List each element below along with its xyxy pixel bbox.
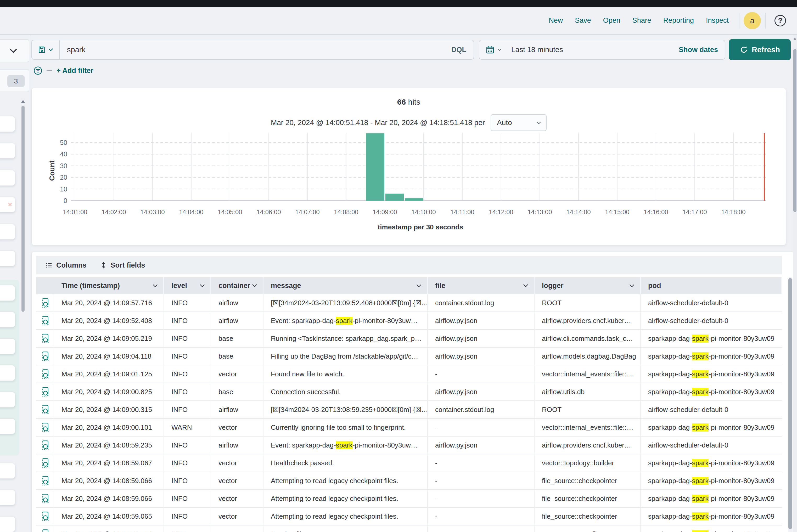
cell-logger: file_source::checkpointer (535, 472, 641, 489)
date-quick-select-button[interactable] (479, 45, 507, 54)
search-input[interactable]: spark (60, 40, 444, 59)
x-tick-label: 14:06:00 (256, 208, 281, 215)
expand-document-button[interactable] (36, 383, 54, 400)
expand-document-button[interactable] (36, 454, 54, 472)
cell-file: container.stdout.log (428, 401, 535, 418)
field-card[interactable] (0, 143, 15, 158)
expand-document-button[interactable] (36, 437, 54, 454)
nav-new[interactable]: New (549, 17, 563, 24)
cell-container: airflow (211, 401, 263, 418)
field-card[interactable] (0, 516, 15, 532)
time-range-value[interactable]: Last 18 minutes (507, 45, 679, 54)
sort-fields-button[interactable]: Sort fields (100, 261, 145, 269)
nav-inspect[interactable]: Inspect (706, 17, 729, 24)
hits-count-line: 66 hits (32, 98, 786, 107)
cell-pod: airflow-scheduler-default-0 (641, 294, 782, 311)
add-filter-button[interactable]: + Add filter (57, 67, 93, 75)
expand-document-button[interactable] (36, 419, 54, 436)
expand-document-button[interactable] (36, 330, 54, 347)
field-card[interactable] (0, 392, 15, 407)
expand-document-button[interactable] (36, 508, 54, 525)
field-card[interactable] (0, 170, 15, 186)
chevron-down-icon[interactable] (252, 284, 258, 287)
cell-pod: sparkapp-dag-spark-pi-monitor-80y3uw09 (641, 330, 782, 347)
expand-document-button[interactable] (36, 472, 54, 489)
cell-time: Mar 20, 2024 @ 14:09:00.101 (54, 419, 164, 436)
sidebar-collapse-button[interactable] (0, 39, 29, 62)
field-card[interactable] (0, 312, 15, 327)
field-card[interactable] (0, 365, 15, 381)
table-row[interactable]: Mar 20, 2024 @ 14:08:59.066 INFO vector … (36, 490, 782, 508)
table-row[interactable]: Mar 20, 2024 @ 14:08:59.067 INFO vector … (36, 454, 782, 472)
columns-button[interactable]: Columns (45, 261, 87, 269)
table-scrollbar-thumb[interactable] (789, 278, 792, 529)
help-icon[interactable]: ? (775, 15, 786, 26)
table-row[interactable]: Mar 20, 2024 @ 14:09:00.315 INFO airflow… (36, 401, 782, 419)
filter-icon[interactable] (34, 66, 42, 75)
histogram-bar[interactable] (405, 198, 423, 201)
remove-field-icon[interactable]: × (7, 200, 15, 209)
expand-document-button[interactable] (36, 365, 54, 383)
nav-save[interactable]: Save (575, 17, 591, 24)
nav-reporting[interactable]: Reporting (663, 17, 694, 24)
column-header-logger[interactable]: logger (535, 277, 641, 294)
page-scrollbar[interactable] (793, 35, 797, 532)
table-row[interactable]: Mar 20, 2024 @ 14:09:57.716 INFO airflow… (36, 294, 782, 312)
column-header-file[interactable]: file (428, 277, 535, 294)
field-card[interactable] (0, 339, 15, 354)
table-row[interactable]: Mar 20, 2024 @ 14:09:04.118 INFO base Fi… (36, 348, 782, 365)
scroll-up-arrow-icon[interactable] (794, 37, 796, 40)
expand-document-button[interactable] (36, 294, 54, 311)
table-scrollbar[interactable] (788, 277, 793, 532)
chevron-down-icon[interactable] (523, 284, 529, 287)
chevron-down-icon[interactable] (199, 284, 205, 287)
expand-document-button[interactable] (36, 348, 54, 365)
chevron-down-icon[interactable] (629, 284, 635, 287)
highlighted-term: spark (692, 352, 709, 360)
table-row[interactable]: Mar 20, 2024 @ 14:08:59.235 INFO airflow… (36, 437, 782, 454)
saved-query-menu-button[interactable] (32, 40, 60, 59)
chevron-down-icon[interactable] (416, 284, 422, 287)
column-header-container[interactable]: container (211, 277, 263, 294)
refresh-button[interactable]: Refresh (729, 39, 791, 60)
chevron-down-icon[interactable] (152, 284, 158, 287)
histogram-bar[interactable] (366, 133, 384, 201)
column-header-label: Time (timestamp) (61, 282, 120, 290)
expand-document-button[interactable] (36, 526, 54, 532)
query-language-button[interactable]: DQL (444, 40, 474, 59)
nav-open[interactable]: Open (603, 17, 620, 24)
column-header-message[interactable]: message (263, 277, 428, 294)
fields-scroll-up-icon[interactable] (21, 100, 25, 103)
field-card[interactable] (0, 285, 15, 301)
table-row[interactable]: Mar 20, 2024 @ 14:09:00.101 WARN vector … (36, 419, 782, 437)
field-card[interactable] (0, 251, 15, 266)
table-row[interactable]: Mar 20, 2024 @ 14:09:05.219 INFO base Ru… (36, 330, 782, 348)
avatar[interactable]: a (744, 12, 761, 29)
field-card[interactable]: × (0, 197, 15, 212)
header-expand-column (36, 277, 54, 294)
table-row[interactable]: Mar 20, 2024 @ 14:09:01.125 INFO vector … (36, 365, 782, 383)
column-header-time-timestamp-[interactable]: Time (timestamp) (54, 277, 164, 294)
table-row[interactable]: Mar 20, 2024 @ 14:08:59.065 INFO vector … (36, 508, 782, 526)
nav-share[interactable]: Share (632, 17, 651, 24)
table-row[interactable]: Mar 20, 2024 @ 14:08:59.066 INFO vector … (36, 472, 782, 490)
table-row[interactable]: Mar 20, 2024 @ 14:09:52.408 INFO airflow… (36, 312, 782, 330)
column-header-level[interactable]: level (164, 277, 211, 294)
table-row[interactable]: Mar 20, 2024 @ 14:09:00.825 INFO base Co… (36, 383, 782, 401)
histogram-bar[interactable] (385, 193, 404, 201)
field-card[interactable] (0, 418, 15, 434)
histogram-chart[interactable]: 14:01:0014:02:0014:03:0014:04:0014:05:00… (32, 127, 786, 222)
show-dates-button[interactable]: Show dates (679, 46, 725, 54)
expand-document-button[interactable] (36, 490, 54, 507)
field-card[interactable] (0, 490, 15, 505)
page-scrollbar-thumb[interactable] (793, 49, 796, 212)
field-card[interactable] (0, 224, 15, 240)
expand-document-button[interactable] (36, 401, 54, 418)
fields-scrollbar[interactable] (21, 106, 24, 312)
cell-level: INFO (164, 454, 211, 472)
field-card[interactable] (0, 116, 15, 132)
column-header-pod[interactable]: pod (641, 277, 782, 294)
field-card[interactable] (0, 463, 15, 479)
expand-document-button[interactable] (36, 312, 54, 329)
table-row[interactable]: Mar 20, 2024 @ 14:08:59.064 INFO vector … (36, 526, 782, 532)
